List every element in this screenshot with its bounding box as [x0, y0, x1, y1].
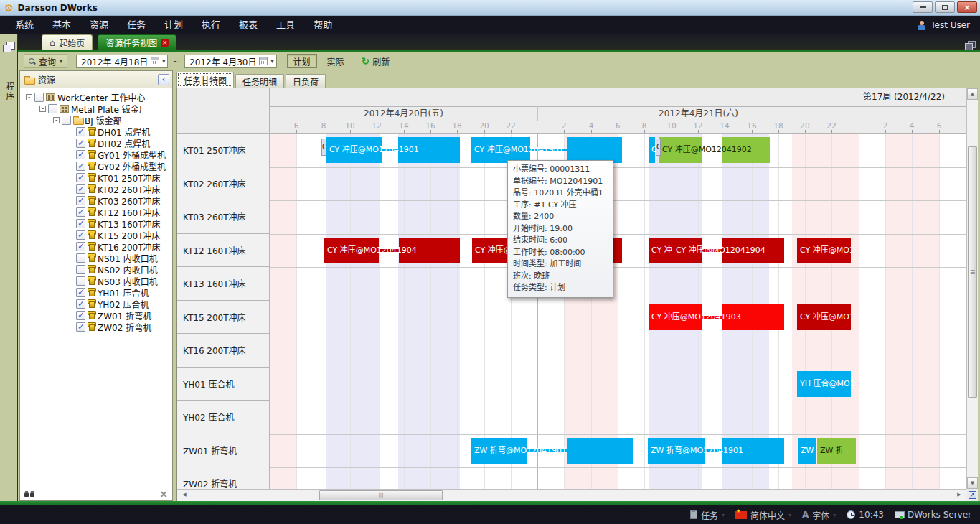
- tree-item-YH01[interactable]: YH01 压合机: [20, 286, 172, 298]
- query-caret-icon[interactable]: ▾: [60, 58, 62, 65]
- tree-item-DH01[interactable]: DH01 点焊机: [20, 126, 172, 137]
- find-icon[interactable]: [24, 491, 36, 497]
- tree-checkbox[interactable]: [76, 219, 85, 228]
- tree-checkbox[interactable]: [76, 265, 85, 274]
- date-from-input[interactable]: 2012年 4月18日 ▾: [76, 55, 168, 68]
- scroll-left-icon[interactable]: ◀: [179, 490, 190, 501]
- horizontal-scroll-thumb[interactable]: |||: [319, 490, 443, 500]
- tree-checkbox[interactable]: [76, 253, 85, 263]
- scroll-up-icon[interactable]: ▲: [967, 88, 978, 100]
- tree-item-NS02[interactable]: NS02 内收口机: [20, 263, 172, 275]
- tree-item-KT03[interactable]: KT03 260T冲床: [20, 195, 172, 206]
- tree-item-YH02[interactable]: YH02 压合机: [20, 298, 172, 309]
- tree-checkbox[interactable]: [76, 196, 85, 205]
- tree-checkbox[interactable]: [48, 104, 57, 113]
- panel-collapse-button[interactable]: ‹: [158, 74, 169, 85]
- scroll-down-icon[interactable]: ▼: [967, 477, 978, 489]
- tree-checkbox[interactable]: [76, 162, 85, 171]
- tree-item-KT13[interactable]: KT13 160T冲床: [20, 217, 172, 229]
- date-range-separator: ~: [172, 56, 180, 67]
- actual-toggle-button[interactable]: 实际: [321, 54, 350, 68]
- cascade-windows-icon[interactable]: [965, 41, 975, 50]
- tree-item-NS01[interactable]: NS01 内收口机: [20, 252, 172, 263]
- tree-checkbox[interactable]: [62, 116, 71, 125]
- tree-expander-icon[interactable]: -: [53, 117, 60, 123]
- tree-checkbox[interactable]: [76, 230, 85, 240]
- plan-toggle-button[interactable]: 计划: [287, 54, 317, 68]
- tree-expander-icon[interactable]: -: [39, 106, 46, 112]
- tree-item-Metal[interactable]: -Metal Plate 钣金厂: [20, 103, 172, 114]
- menu-item-基本[interactable]: 基本: [43, 16, 80, 34]
- tree-checkbox[interactable]: [34, 93, 44, 102]
- tree-item-KT12[interactable]: KT12 160T冲床: [20, 206, 172, 217]
- tree-checkbox[interactable]: [76, 322, 85, 332]
- tree-item-WorkCenter[interactable]: -WorkCenter 工作中心: [20, 91, 172, 103]
- menu-item-执行[interactable]: 执行: [192, 16, 230, 34]
- tree-item-ZW01[interactable]: ZW01 折弯机: [20, 309, 172, 321]
- tab-close-icon[interactable]: ×: [161, 39, 169, 47]
- horizontal-scrollbar[interactable]: ◀ ||| ▶: [177, 489, 966, 501]
- tree-checkbox[interactable]: [76, 150, 85, 159]
- date-to-input[interactable]: 2012年 4月30日 ▾: [184, 55, 276, 68]
- task-bar-setup[interactable]: C: [656, 139, 661, 156]
- tree-checkbox[interactable]: [76, 139, 85, 148]
- tree-item-KT01[interactable]: KT01 250T冲床: [20, 172, 172, 183]
- tree-expander-icon[interactable]: -: [26, 94, 32, 100]
- program-dock-label[interactable]: 程序: [4, 82, 16, 102]
- close-button[interactable]: ×: [957, 1, 977, 13]
- tree-checkbox[interactable]: [76, 288, 85, 297]
- program-dock-icon[interactable]: [3, 42, 14, 52]
- tree-item-GY02[interactable]: GY02 外桶成型机: [20, 160, 172, 172]
- tree-item-BJ[interactable]: -BJ 钣金部: [20, 114, 172, 126]
- vertical-scrollbar[interactable]: ▲ ☰ ▼: [966, 88, 978, 489]
- refresh-button[interactable]: ↻ 刷新: [362, 55, 390, 67]
- tree-checkbox[interactable]: [76, 173, 85, 182]
- tree-item-GY01[interactable]: GY01 外桶成型机: [20, 149, 172, 160]
- gantt-tab-任务甘特图[interactable]: 任务甘特图: [176, 72, 234, 88]
- scroll-right-icon[interactable]: ▶: [953, 490, 965, 501]
- vertical-scroll-thumb[interactable]: ☰: [968, 146, 977, 398]
- menu-item-系统[interactable]: 系统: [6, 16, 43, 34]
- tab-home-page[interactable]: ⌂ 起始页: [42, 34, 93, 50]
- menu-item-帮助[interactable]: 帮助: [304, 16, 341, 34]
- menu-item-报表[interactable]: 报表: [230, 16, 267, 34]
- maximize-button[interactable]: [935, 1, 955, 13]
- task-bar-setup[interactable]: C: [321, 139, 326, 156]
- tab-resource-task-view[interactable]: 资源任务视图 ×: [98, 34, 176, 50]
- tree-checkbox[interactable]: [76, 299, 85, 309]
- expand-view-icon[interactable]: ↗: [969, 491, 976, 499]
- calendar-icon[interactable]: [259, 57, 268, 65]
- status-task-menu[interactable]: 任务 ▾: [690, 509, 725, 521]
- tree-checkbox[interactable]: [76, 207, 85, 217]
- status-language-menu[interactable]: 简体中文 ▾: [735, 509, 791, 521]
- calendar-icon[interactable]: [151, 57, 159, 65]
- gantt-tab-任务明细[interactable]: 任务明细: [235, 74, 284, 88]
- tree-item-ZW02[interactable]: ZW02 折弯机: [20, 321, 172, 332]
- tree-checkbox[interactable]: [76, 276, 85, 286]
- menu-item-工具[interactable]: 工具: [267, 16, 304, 34]
- date-to-caret-icon[interactable]: ▾: [270, 58, 273, 65]
- task-bar-segment[interactable]: [567, 438, 633, 464]
- minimize-button[interactable]: [913, 1, 933, 13]
- status-server[interactable]: DWorks Server: [895, 510, 971, 520]
- tree-item-NS03[interactable]: NS03 内收口机: [20, 275, 172, 286]
- task-bar-segment[interactable]: [567, 137, 622, 163]
- tree-checkbox[interactable]: [76, 184, 85, 194]
- tree-item-KT16[interactable]: KT16 200T冲床: [20, 240, 172, 252]
- menu-item-计划[interactable]: 计划: [155, 16, 192, 34]
- query-button[interactable]: 查询 ▾: [24, 54, 67, 68]
- find-close-icon[interactable]: ×: [159, 489, 168, 499]
- tree-item-DH02[interactable]: DH02 点焊机: [20, 137, 172, 149]
- date-from-caret-icon[interactable]: ▾: [162, 58, 165, 65]
- tree-checkbox[interactable]: [76, 311, 85, 320]
- gantt-tab-日负荷[interactable]: 日负荷: [286, 74, 326, 88]
- tree-item-KT02[interactable]: KT02 260T冲床: [20, 183, 172, 195]
- tree-checkbox[interactable]: [76, 242, 85, 251]
- tree-checkbox[interactable]: [76, 127, 85, 136]
- current-user[interactable]: Test User: [917, 16, 970, 34]
- status-font-menu[interactable]: A 字体 ▾: [802, 509, 836, 521]
- tree-item-KT15[interactable]: KT15 200T冲床: [20, 229, 172, 240]
- titlebar[interactable]: ⚙ Darsson DWorks ×: [0, 0, 980, 16]
- menu-item-任务[interactable]: 任务: [118, 16, 155, 34]
- menu-item-资源[interactable]: 资源: [80, 16, 118, 34]
